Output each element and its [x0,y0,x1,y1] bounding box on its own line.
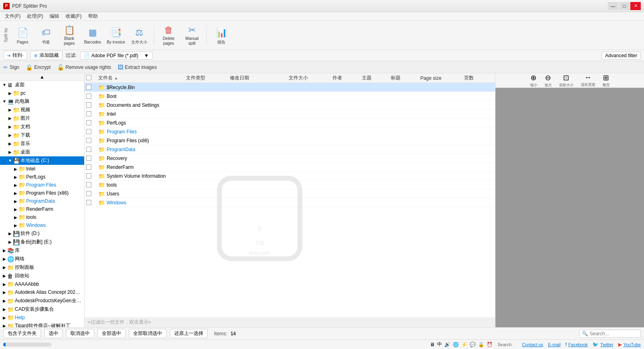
actual-size-button[interactable]: ⊡ 实际大小 [557,73,576,89]
barcodes-button[interactable]: ▦ Barcodes [81,23,104,48]
row-checkbox[interactable] [86,93,91,99]
sidebar-item-backup-e[interactable]: ▶💾备份[勿删] (E:) [0,238,84,246]
deselect-button[interactable]: 取消选中 [66,329,94,338]
col-type-header[interactable]: 文件类型 [186,75,230,81]
sidebar-item-cad-installer[interactable]: ▶📁CAD安装步骤集合 [0,305,84,314]
sidebar-item-documents[interactable]: ▶📁文档 [0,123,84,131]
remove-usage-action[interactable]: 🔓 Remove usage rights [57,64,111,71]
convert-button[interactable]: ➜ 转到· [3,51,27,60]
col-size-header[interactable]: 文件大小 [289,75,332,81]
sidebar-scroll-up[interactable]: ▲ [0,73,84,81]
sidebar-item-program-files-x86[interactable]: ▶📁Program Files (x86) [0,189,84,197]
table-row[interactable]: 📁Program Files (x86) [85,136,495,145]
sidebar-item-control-panel[interactable]: ▶📁控制面板 [0,263,84,272]
row-checkbox[interactable] [86,120,91,125]
table-row[interactable]: 📁Recovery [85,154,495,163]
row-checkbox[interactable] [86,147,91,152]
search-box[interactable]: 🔍 [579,330,641,338]
col-date-header[interactable]: 修改日期 [230,75,288,81]
sidebar-item-help[interactable]: ▶📁Help [0,314,84,322]
zoom-in-button[interactable]: ⊕ 缩小 [528,73,539,89]
search-input[interactable] [590,331,638,337]
sidebar-item-downloads[interactable]: ▶📁下载 [0,131,84,139]
row-checkbox[interactable] [86,173,91,179]
sidebar-item-music[interactable]: ▶📁音乐 [0,139,84,148]
col-pagesize-header[interactable]: Page size [420,75,464,81]
select-all-button[interactable]: 全部选中 [97,329,126,338]
col-subject-header[interactable]: 主题 [362,75,391,81]
table-row[interactable]: 📁$Recycle.Bin [85,83,495,92]
sidebar-item-library[interactable]: ▶📚库 [0,246,84,255]
minimize-button[interactable]: — [608,2,618,10]
manual-split-button[interactable]: ✂ Manual split [181,23,203,48]
sidebar-item-video[interactable]: ▶📁视频 [0,106,84,114]
sidebar-item-programdata[interactable]: ▶📁ProgramData [0,197,84,205]
menu-help[interactable]: 帮助 [85,12,101,21]
sidebar-item-recycle-bin[interactable]: ▶🗑回收站 [0,272,84,280]
table-row[interactable]: 📁Intel [85,110,495,118]
sidebar-item-autodesk-alias[interactable]: ▶📁Autodesk Alias Concept 2020安装步 [0,288,84,297]
facebook-link[interactable]: Facebook [568,342,588,347]
table-row[interactable]: 📁ProgramData [85,145,495,154]
by-invoice-button[interactable]: 📑 By invoice [105,23,127,48]
row-checkbox[interactable] [86,182,91,187]
row-checkbox[interactable] [86,102,91,108]
menu-favorites[interactable]: 收藏(F) [62,12,85,21]
fit-page-button[interactable]: ⊞ 整页 [601,73,612,89]
filter-dropdown[interactable]: 📄 Adobe PDF file (*.pdf) ▼ [80,52,153,60]
col-author-header[interactable]: 作者 [332,75,362,81]
col-pages-header[interactable]: 页数 [464,75,493,81]
tags-button[interactable]: 🏷 书签 [35,23,57,48]
contact-us-link[interactable]: Contact us [522,342,543,347]
row-checkbox[interactable] [86,200,91,205]
youtube-link[interactable]: YouTube [623,342,641,347]
sidebar-item-program-files[interactable]: ▶📁Program Files [0,181,84,189]
encrypt-action[interactable]: 🔒 Encrypt [26,64,51,71]
row-checkbox[interactable] [86,164,91,170]
select-all-checkbox[interactable] [86,75,91,80]
file-size-button[interactable]: ⚖ 文件大小 [128,23,151,48]
sidebar-item-tools[interactable]: ▶📁tools [0,213,84,221]
deselect-all-button[interactable]: 全部取消选中 [129,329,167,338]
advanced-filter-button[interactable]: Advanced filter [602,52,641,60]
table-row[interactable]: 📁Program Files [85,127,495,136]
sidebar-item-network[interactable]: ▶🌐网络 [0,255,84,263]
row-checkbox[interactable] [86,138,91,143]
table-row[interactable]: 📁Windows [85,198,495,207]
row-checkbox[interactable] [86,129,91,134]
row-checkbox[interactable] [86,85,91,90]
col-title-header[interactable]: 标题 [391,75,420,81]
sidebar-item-perflogs[interactable]: ▶📁PerfLogs [0,173,84,181]
sidebar-item-renderfarm[interactable]: ▶📁RenderFarm [0,205,84,213]
sidebar-item-pc[interactable]: ▶📁pc [0,89,84,97]
row-checkbox[interactable] [86,156,91,161]
sidebar-item-intel[interactable]: ▶📁Intel [0,165,84,173]
sidebar-item-tipard[interactable]: ▶📁Tipard软件商店--破解补丁 [0,322,84,327]
col-name-header[interactable]: 文件名 ▲ [98,75,186,81]
sidebar-item-windows[interactable]: ▶📁Windows [0,221,84,229]
delete-pages-button[interactable]: 🗑 Delete pages [157,23,180,48]
maximize-button[interactable]: □ [619,2,630,10]
row-checkbox[interactable] [86,191,91,196]
include-subfolders-button[interactable]: 包含子文件夹 [3,329,41,338]
close-button[interactable]: ✕ [630,2,641,10]
sidebar-item-soft-d[interactable]: ▶💾软件 (D:) [0,229,84,238]
menu-file[interactable]: 文件(F) [2,12,24,21]
zoom-out-button[interactable]: ⊖ 放大 [543,73,554,89]
restore-prev-button[interactable]: 还原上一选择 [170,329,208,338]
report-button[interactable]: 📊 报告 [210,23,233,48]
sign-action[interactable]: ✏ Sign [3,64,19,71]
table-row[interactable]: 📁PerfLogs [85,118,495,127]
table-row[interactable]: 📁System Volume Information [85,172,495,181]
email-link[interactable]: E-mail [548,342,561,347]
twitter-link[interactable]: Twitter [600,342,613,347]
table-row[interactable]: 📁RenderFarm [85,163,495,172]
extract-images-action[interactable]: 🖼 Extract images [118,64,157,71]
fit-width-button[interactable]: ↔ 适应宽度 [579,73,597,89]
menu-process[interactable]: 处理(P) [24,12,46,21]
row-checkbox[interactable] [86,111,91,116]
sidebar-item-pictures[interactable]: ▶📁图片 [0,114,84,123]
sidebar-item-desktop[interactable]: ▼🖥桌面 [0,81,84,89]
pages-button[interactable]: 📄 Pages [11,23,34,48]
sidebar-item-local-disk-c[interactable]: ▼💾本地磁盘 (C:) [0,156,84,165]
